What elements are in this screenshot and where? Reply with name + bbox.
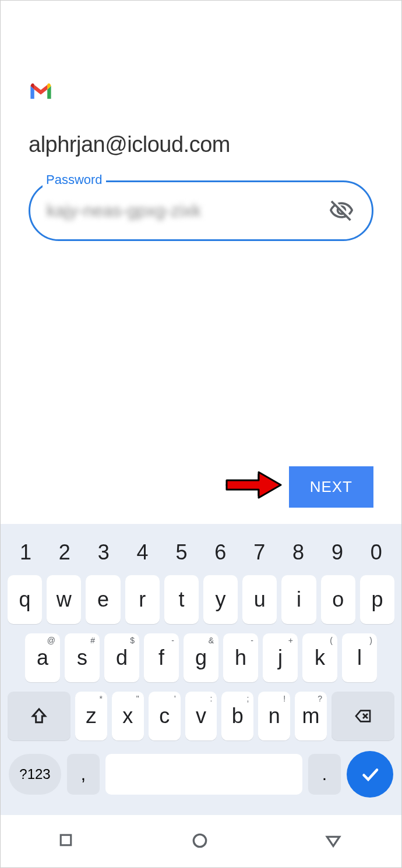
key-v[interactable]: v: [185,692,217,741]
arrow-annotation [224,467,282,505]
key-m[interactable]: m? [295,692,327,741]
key-e[interactable]: e [86,575,120,624]
key-d[interactable]: d$ [104,633,139,682]
soft-keyboard: 1234567890 qwertyuiop a@s#d$f-g&h-j+k(l)… [1,524,401,815]
system-nav-bar [1,816,401,867]
num-key-9[interactable]: 9 [323,540,352,565]
key-c[interactable]: c' [149,692,181,741]
key-f[interactable]: f- [144,633,179,682]
num-key-8[interactable]: 8 [284,540,313,565]
password-input-box[interactable]: kajy-neas-gpxg-zixk [29,180,373,241]
key-s[interactable]: s# [65,633,100,682]
key-k[interactable]: k( [302,633,337,682]
shift-key[interactable] [8,692,70,741]
home-icon[interactable] [191,831,211,852]
key-l[interactable]: l) [342,633,377,682]
num-key-0[interactable]: 0 [362,540,391,565]
key-h[interactable]: h- [223,633,258,682]
key-y[interactable]: y [203,575,238,624]
symbols-key[interactable]: ?123 [9,754,61,795]
recent-apps-icon[interactable] [57,831,78,852]
backspace-key[interactable] [332,692,394,741]
num-key-7[interactable]: 7 [245,540,274,565]
key-a[interactable]: a@ [25,633,60,682]
enter-key[interactable] [347,751,393,798]
period-key[interactable]: . [308,754,341,795]
num-key-2[interactable]: 2 [50,540,79,565]
key-x[interactable]: x" [112,692,144,741]
key-u[interactable]: u [242,575,277,624]
svg-rect-2 [61,835,71,845]
key-j[interactable]: j+ [263,633,298,682]
key-p[interactable]: p [360,575,394,624]
svg-point-3 [193,834,206,846]
visibility-off-icon[interactable] [327,197,355,225]
num-key-1[interactable]: 1 [11,540,40,565]
num-key-3[interactable]: 3 [89,540,118,565]
comma-key[interactable]: , [67,754,100,795]
key-n[interactable]: n! [258,692,290,741]
key-o[interactable]: o [321,575,355,624]
key-w[interactable]: w [47,575,81,624]
gmail-logo [29,82,373,103]
next-button[interactable]: NEXT [289,466,373,508]
num-key-4[interactable]: 4 [128,540,157,565]
key-t[interactable]: t [164,575,199,624]
num-key-5[interactable]: 5 [167,540,196,565]
num-key-6[interactable]: 6 [206,540,235,565]
key-r[interactable]: r [125,575,160,624]
password-field-container: Password kajy-neas-gpxg-zixk [29,180,373,241]
email-address: alphrjan@icloud.com [29,132,373,157]
key-z[interactable]: z* [75,692,107,741]
key-i[interactable]: i [281,575,316,624]
password-input[interactable]: kajy-neas-gpxg-zixk [47,201,327,221]
back-icon[interactable] [324,831,345,852]
key-g[interactable]: g& [184,633,218,682]
key-b[interactable]: b; [221,692,253,741]
key-q[interactable]: q [8,575,42,624]
password-label: Password [43,172,106,187]
space-key[interactable] [105,754,302,795]
